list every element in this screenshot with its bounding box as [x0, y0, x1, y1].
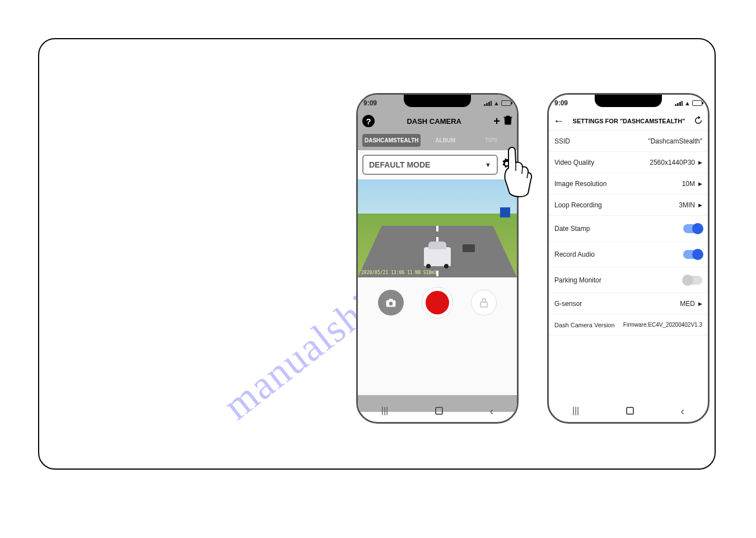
- camera-preview: 2020/05/21 13:06 11 NB S18ml: [358, 179, 517, 277]
- setting-value: 10M: [682, 180, 695, 188]
- toggle-record-audio[interactable]: [683, 250, 702, 259]
- setting-label: Loop Recording: [554, 201, 602, 209]
- setting-date-stamp: Date Stamp: [549, 216, 708, 242]
- status-icons: ▲: [484, 100, 511, 106]
- settings-list: SSID "DashcamStealth" Video Quality 2560…: [549, 131, 708, 336]
- setting-label: Video Quality: [554, 159, 594, 166]
- nav-recent-icon[interactable]: |||: [381, 406, 388, 416]
- help-icon[interactable]: ?: [362, 115, 375, 127]
- chevron-right-icon: ▶: [698, 181, 702, 187]
- phone-notch: [404, 95, 471, 107]
- setting-g-sensor[interactable]: G-sensor MED▶: [549, 293, 708, 314]
- status-icons: ▲: [675, 100, 702, 106]
- svg-point-1: [389, 302, 393, 305]
- phone-mockup-camera: 9:09 ▲ ? DASH CAMERA + DASHCAMSTEALTH AL…: [356, 93, 519, 424]
- tabs-row: DASHCAMSTEALTH ALBUM TIPS: [358, 131, 517, 150]
- setting-version: Dash Camera Version Firmware:EC4V_202004…: [549, 314, 708, 336]
- android-nav-bar: ||| ‹: [549, 403, 708, 419]
- setting-label: Record Audio: [554, 251, 595, 258]
- setting-record-audio: Record Audio: [549, 242, 708, 267]
- mode-row: DEFAULT MODE ▼: [358, 150, 517, 179]
- app-title: DASH CAMERA: [375, 117, 493, 126]
- preview-overlay-text: 2020/05/21 13:06 11 NB S18ml: [361, 270, 437, 275]
- tab-tips[interactable]: TIPS: [470, 134, 512, 147]
- setting-image-resolution[interactable]: Image Resolution 10M▶: [549, 173, 708, 194]
- setting-label: G-sensor: [554, 300, 582, 308]
- car-graphic: [424, 247, 451, 266]
- nav-back-icon[interactable]: ‹: [489, 405, 493, 418]
- chevron-down-icon: ▼: [485, 161, 491, 168]
- chevron-right-icon: ▶: [698, 160, 702, 165]
- road-sign-graphic: [500, 207, 510, 217]
- svg-rect-2: [389, 299, 393, 300]
- nav-recent-icon[interactable]: |||: [572, 406, 579, 416]
- nav-home-icon[interactable]: [626, 407, 634, 415]
- status-time: 9:09: [363, 99, 377, 107]
- setting-value: MED: [680, 300, 695, 308]
- back-arrow-icon[interactable]: ←: [553, 114, 564, 127]
- setting-label: Parking Monitor: [554, 276, 601, 284]
- mode-dropdown[interactable]: DEFAULT MODE ▼: [362, 155, 498, 175]
- trash-icon[interactable]: [503, 115, 512, 128]
- status-time: 9:09: [554, 99, 568, 107]
- snapshot-button[interactable]: [378, 290, 404, 316]
- car-graphic-2: [463, 244, 475, 252]
- setting-value: "DashcamStealth": [648, 137, 702, 145]
- setting-parking-monitor: Parking Monitor: [549, 267, 708, 293]
- setting-ssid: SSID "DashcamStealth": [549, 131, 708, 152]
- lock-button[interactable]: [471, 290, 497, 316]
- setting-label: Image Resolution: [554, 180, 606, 188]
- setting-label: Date Stamp: [554, 225, 590, 233]
- battery-icon: [692, 100, 702, 106]
- battery-icon: [501, 100, 511, 106]
- mode-label: DEFAULT MODE: [369, 160, 430, 169]
- controls-row: [358, 277, 517, 328]
- signal-icon: [675, 100, 683, 106]
- setting-value: 2560x1440P30: [650, 159, 695, 166]
- setting-label: SSID: [554, 137, 570, 145]
- setting-loop-recording[interactable]: Loop Recording 3MIN▶: [549, 194, 708, 216]
- tab-dashcam[interactable]: DASHCAMSTEALTH: [362, 134, 421, 147]
- wifi-icon: ▲: [493, 100, 500, 106]
- app-header: ? DASH CAMERA +: [358, 112, 517, 131]
- chevron-right-icon: ▶: [698, 301, 702, 307]
- phone-mockup-settings: 9:09 ▲ ← SETTINGS FOR "DASHCAMSTEALTH" S…: [547, 93, 710, 424]
- setting-value: Firmware:EC4V_20200402V1.3: [623, 322, 702, 328]
- record-dot-icon: [426, 291, 449, 314]
- tab-album[interactable]: ALBUM: [424, 134, 466, 147]
- phone-notch: [595, 95, 662, 107]
- svg-rect-3: [480, 302, 487, 307]
- signal-icon: [484, 100, 492, 106]
- record-button[interactable]: [422, 287, 453, 318]
- blank-area: [358, 328, 517, 395]
- add-icon[interactable]: +: [493, 115, 500, 128]
- settings-title: SETTINGS FOR "DASHCAMSTEALTH": [564, 118, 693, 124]
- setting-label: Dash Camera Version: [554, 322, 615, 328]
- wifi-icon: ▲: [684, 100, 690, 106]
- android-nav-bar: ||| ‹: [358, 403, 517, 419]
- settings-header: ← SETTINGS FOR "DASHCAMSTEALTH": [549, 112, 708, 131]
- nav-back-icon[interactable]: ‹: [680, 405, 684, 418]
- setting-video-quality[interactable]: Video Quality 2560x1440P30▶: [549, 152, 708, 173]
- gear-icon[interactable]: [501, 158, 512, 171]
- toggle-date-stamp[interactable]: [683, 224, 702, 233]
- setting-value: 3MIN: [679, 201, 695, 209]
- refresh-icon[interactable]: [693, 115, 703, 127]
- nav-home-icon[interactable]: [435, 407, 443, 415]
- chevron-right-icon: ▶: [698, 202, 702, 208]
- toggle-parking-monitor[interactable]: [683, 276, 702, 285]
